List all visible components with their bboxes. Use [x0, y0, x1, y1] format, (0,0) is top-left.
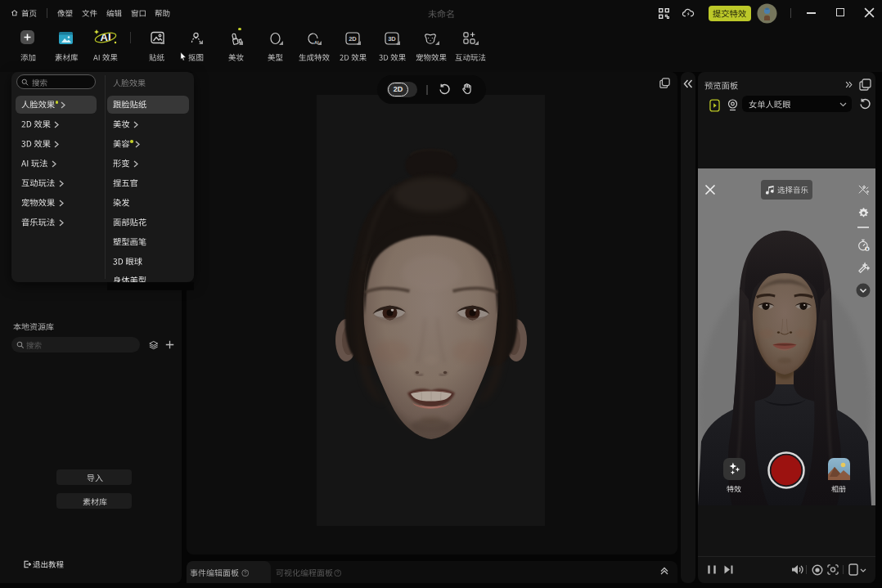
svg-text:3D: 3D	[388, 35, 396, 43]
svg-text:2D: 2D	[349, 35, 357, 43]
